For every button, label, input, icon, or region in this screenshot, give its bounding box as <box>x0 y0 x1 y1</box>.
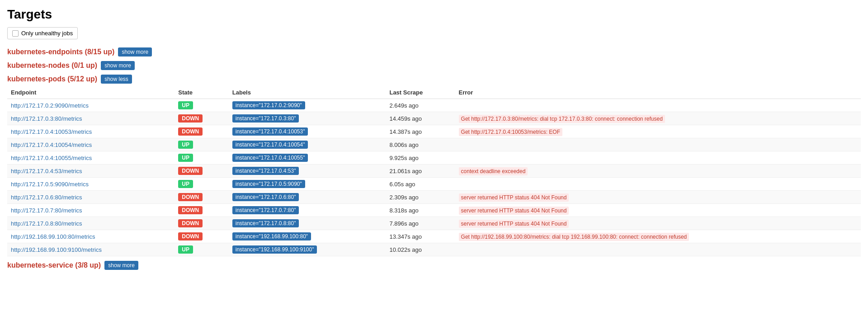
label-badge: instance="172.17.0.8:80" <box>232 219 299 227</box>
state-badge: DOWN <box>178 114 203 123</box>
last-scrape: 7.896s ago <box>386 217 455 230</box>
last-scrape: 21.061s ago <box>386 165 455 178</box>
endpoint-link[interactable]: http://192.168.99.100:9100/metrics <box>11 246 102 253</box>
show-btn-kubernetes-pods[interactable]: show less <box>101 75 132 84</box>
label-badge: instance="172.17.0.6:80" <box>232 193 299 201</box>
endpoint-link[interactable]: http://172.17.0.8:80/metrics <box>11 220 82 227</box>
table-row: http://172.17.0.4:10053/metricsDOWNinsta… <box>7 125 861 138</box>
error-text: server returned HTTP status 404 Not Foun… <box>459 207 569 215</box>
last-scrape: 8.006s ago <box>386 138 455 151</box>
error-text: server returned HTTP status 404 Not Foun… <box>459 220 569 228</box>
last-scrape: 6.05s ago <box>386 178 455 191</box>
endpoint-link[interactable]: http://172.17.0.5:9090/metrics <box>11 181 89 188</box>
table-row: http://172.17.0.2:9090/metricsUPinstance… <box>7 99 861 112</box>
col-header-state: State <box>175 86 228 99</box>
col-header-labels: Labels <box>229 86 386 99</box>
error-text: Get http://172.17.0.3:80/metrics: dial t… <box>459 115 665 123</box>
table-row: http://172.17.0.4:10054/metricsUPinstanc… <box>7 138 861 151</box>
error-text: server returned HTTP status 404 Not Foun… <box>459 193 569 202</box>
col-header-last-scrape: Last Scrape <box>386 86 455 99</box>
error-text: Get http://192.168.99.100:80/metrics: di… <box>459 233 689 241</box>
job-title-kubernetes-pods[interactable]: kubernetes-pods (5/12 up) <box>7 75 97 83</box>
error-text: Get http://172.17.0.4:10053/metrics: EOF <box>459 128 562 136</box>
last-scrape: 14.459s ago <box>386 112 455 125</box>
job-section-kubernetes-endpoints: kubernetes-endpoints (8/15 up)show more <box>7 47 861 57</box>
job-header-kubernetes-pods: kubernetes-pods (5/12 up)show less <box>7 75 861 84</box>
state-badge: DOWN <box>178 232 203 240</box>
endpoint-link[interactable]: http://172.17.0.4:10053/metrics <box>11 128 92 135</box>
state-badge: DOWN <box>178 219 203 227</box>
last-scrape: 2.309s ago <box>386 191 455 204</box>
targets-table-kubernetes-pods: EndpointStateLabelsLast ScrapeErrorhttp:… <box>7 86 861 256</box>
last-scrape: 2.649s ago <box>386 99 455 112</box>
show-btn-kubernetes-nodes[interactable]: show more <box>101 61 135 70</box>
table-row: http://172.17.0.4:53/metricsDOWNinstance… <box>7 165 861 178</box>
last-scrape: 13.347s ago <box>386 230 455 243</box>
endpoint-link[interactable]: http://172.17.0.4:10054/metrics <box>11 141 92 148</box>
job-section-kubernetes-nodes: kubernetes-nodes (0/1 up)show more <box>7 61 861 70</box>
last-scrape: 14.387s ago <box>386 125 455 138</box>
job-header-kubernetes-nodes: kubernetes-nodes (0/1 up)show more <box>7 61 861 70</box>
label-badge: instance="172.17.0.4:53" <box>232 167 299 175</box>
state-badge: UP <box>178 154 193 162</box>
job-section-kubernetes-service: kubernetes-service (3/8 up)show more <box>7 261 861 270</box>
table-row: http://172.17.0.8:80/metricsDOWNinstance… <box>7 217 861 230</box>
col-header-endpoint: Endpoint <box>7 86 175 99</box>
checkbox-icon <box>12 30 19 37</box>
state-badge: DOWN <box>178 206 203 214</box>
endpoint-link[interactable]: http://192.168.99.100:80/metrics <box>11 233 95 240</box>
endpoint-link[interactable]: http://172.17.0.6:80/metrics <box>11 194 82 201</box>
label-badge: instance="172.17.0.5:9090" <box>232 180 305 188</box>
job-sections-container: kubernetes-endpoints (8/15 up)show morek… <box>7 47 861 270</box>
table-row: http://172.17.0.3:80/metricsDOWNinstance… <box>7 112 861 125</box>
only-unhealthy-label: Only unhealthy jobs <box>21 30 73 37</box>
endpoint-link[interactable]: http://172.17.0.3:80/metrics <box>11 115 82 122</box>
table-row: http://172.17.0.5:9090/metricsUPinstance… <box>7 178 861 191</box>
state-badge: DOWN <box>178 127 203 136</box>
label-badge: instance="192.168.99.100:9100" <box>232 245 317 254</box>
state-badge: UP <box>178 141 193 149</box>
last-scrape: 10.022s ago <box>386 243 455 256</box>
state-badge: DOWN <box>178 193 203 201</box>
table-row: http://172.17.0.6:80/metricsDOWNinstance… <box>7 191 861 204</box>
endpoint-link[interactable]: http://172.17.0.7:80/metrics <box>11 207 82 214</box>
table-row: http://172.17.0.7:80/metricsDOWNinstance… <box>7 204 861 217</box>
col-header-error: Error <box>455 86 861 99</box>
page-title: Targets <box>7 7 861 22</box>
label-badge: instance="172.17.0.4:10055" <box>232 154 308 162</box>
endpoint-link[interactable]: http://172.17.0.2:9090/metrics <box>11 102 89 109</box>
last-scrape: 8.318s ago <box>386 204 455 217</box>
state-badge: UP <box>178 245 193 254</box>
label-badge: instance="172.17.0.2:9090" <box>232 101 305 109</box>
label-badge: instance="172.17.0.7:80" <box>232 206 299 214</box>
label-badge: instance="172.17.0.3:80" <box>232 114 299 123</box>
job-header-kubernetes-endpoints: kubernetes-endpoints (8/15 up)show more <box>7 47 861 57</box>
label-badge: instance="172.17.0.4:10054" <box>232 141 308 149</box>
endpoint-link[interactable]: http://172.17.0.4:53/metrics <box>11 168 82 174</box>
only-unhealthy-button[interactable]: Only unhealthy jobs <box>7 27 78 39</box>
job-title-kubernetes-nodes[interactable]: kubernetes-nodes (0/1 up) <box>7 61 97 70</box>
job-title-kubernetes-endpoints[interactable]: kubernetes-endpoints (8/15 up) <box>7 48 114 56</box>
table-row: http://172.17.0.4:10055/metricsUPinstanc… <box>7 151 861 165</box>
error-text: context deadline exceeded <box>459 167 528 175</box>
table-row: http://192.168.99.100:80/metricsDOWNinst… <box>7 230 861 243</box>
job-header-kubernetes-service: kubernetes-service (3/8 up)show more <box>7 261 861 270</box>
table-row: http://192.168.99.100:9100/metricsUPinst… <box>7 243 861 256</box>
endpoint-link[interactable]: http://172.17.0.4:10055/metrics <box>11 155 92 161</box>
show-btn-kubernetes-service[interactable]: show more <box>104 261 138 270</box>
state-badge: UP <box>178 180 193 188</box>
job-section-kubernetes-pods: kubernetes-pods (5/12 up)show lessEndpoi… <box>7 75 861 256</box>
last-scrape: 9.925s ago <box>386 151 455 165</box>
state-badge: UP <box>178 101 193 109</box>
job-title-kubernetes-service[interactable]: kubernetes-service (3/8 up) <box>7 261 101 269</box>
label-badge: instance="172.17.0.4:10053" <box>232 127 308 136</box>
label-badge: instance="192.168.99.100:80" <box>232 232 311 240</box>
state-badge: DOWN <box>178 167 203 175</box>
show-btn-kubernetes-endpoints[interactable]: show more <box>118 47 152 57</box>
